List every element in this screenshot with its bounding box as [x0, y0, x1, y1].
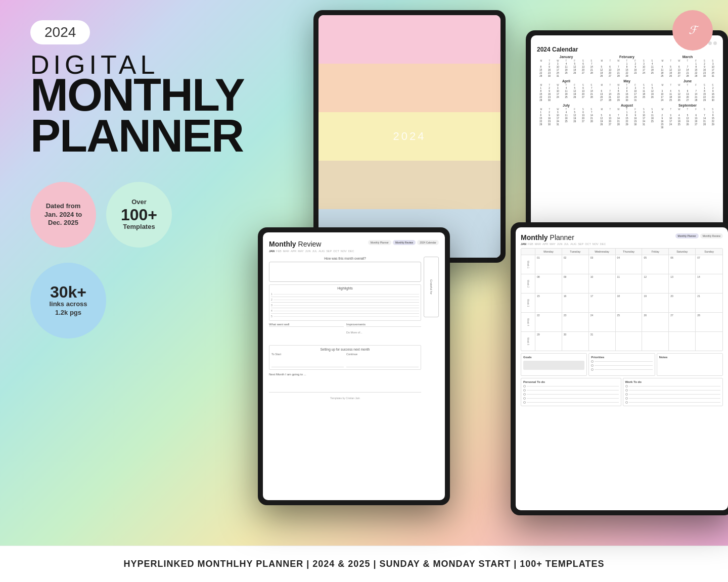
tablet-review-screen: Monthly Review JAN FEB MAR APR MAY JUN J… — [263, 232, 445, 500]
success-header: Setting up for success next month — [271, 348, 419, 351]
went-well-col: What went well — [269, 323, 344, 342]
tablet-cover: 2024 — [313, 10, 506, 263]
personal-todo-label: Personal To do — [523, 380, 619, 383]
planner-month-oct: OCT — [585, 243, 591, 246]
review-month-tabs: JAN FEB MAR APR MAY JUN JUL AUG SEP OCT … — [269, 250, 354, 253]
week-1-label: Week 1 — [521, 255, 535, 274]
review-nav-pills: Monthly Planner Monthly Review 2024 Cale… — [368, 240, 439, 245]
month-tab-jun: JUN — [305, 250, 311, 253]
goals-box: Goals — [521, 353, 587, 376]
day-08: 08 — [535, 274, 562, 293]
icon-5 — [713, 41, 717, 45]
highlight-lines: 1 2 3 4 5 — [271, 292, 419, 319]
day-25: 25 — [616, 313, 643, 331]
highlight-line-2: 2 — [271, 297, 419, 303]
planner-calendar-grid: Monday Tuesday Wednesday Thursday Friday… — [521, 248, 723, 351]
review-header: Monthly Review JAN FEB MAR APR MAY JUN J… — [269, 240, 439, 254]
review-title: Monthly Review JAN FEB MAR APR MAY JUN J… — [269, 240, 354, 254]
review-question: How was this month overall? — [269, 257, 421, 260]
day-06: 06 — [669, 255, 696, 274]
work-todo-box: Work To do — [623, 378, 723, 406]
goals-area — [523, 361, 584, 370]
grateful-box: Grateful for — [424, 257, 439, 317]
day-10: 10 — [589, 274, 616, 293]
priority-item-2 — [591, 364, 652, 367]
review-left-col: How was this month overall? Highlights 1… — [269, 257, 421, 400]
cal-month-feb: February MTWTFSS 1234 567891011 12131415… — [598, 55, 656, 77]
priority-item-3 — [591, 368, 652, 371]
cal-month-mar: March MTWTFSS 123 45678910 1112131415161… — [658, 55, 717, 77]
month-tab-may: MAY — [298, 250, 304, 253]
month-tab-active: JAN — [269, 250, 275, 253]
do-more-label: Do More of... — [346, 331, 421, 334]
dated-badge: Dated from Jan. 2024 to Dec. 2025 — [30, 182, 96, 248]
cal-month-jun: June MTWTFSS 12 3456789 10111213141516 1… — [658, 79, 717, 102]
highlight-line-5: 5 — [271, 314, 419, 319]
planner-month-jun: JUN — [557, 243, 563, 246]
planner-text: PLANNER — [30, 116, 202, 157]
planner-title: Monthly Planner — [521, 233, 606, 241]
day-04: 04 — [616, 255, 643, 274]
day-07: 07 — [696, 255, 722, 274]
highlight-line-1: 1 — [271, 292, 419, 297]
monthly-text: MONTHLY — [30, 75, 202, 116]
day-02: 02 — [562, 255, 589, 274]
footer-bar: HYPERLINKED MONTHLHY PLANNER | 2024 & 20… — [0, 546, 728, 582]
day-03: 03 — [589, 255, 616, 274]
work-todo-5 — [625, 401, 721, 404]
personal-todo-2 — [523, 389, 619, 392]
highlight-line-4: 4 — [271, 308, 419, 314]
stripe-pink — [318, 15, 500, 64]
grateful-sidebar: Grateful for — [424, 257, 439, 400]
day-27: 27 — [669, 313, 696, 331]
logo-symbol: ℱ — [689, 24, 697, 37]
month-tab-sep: SEP — [326, 250, 332, 253]
grateful-label: Grateful for — [430, 279, 433, 295]
tablet-review: Monthly Review JAN FEB MAR APR MAY JUN J… — [258, 227, 450, 505]
highlights-section: Highlights 1 2 3 4 5 — [269, 284, 421, 321]
planner-month-tabs: JAN FEB MAR APR MAY JUN JUL AUG SEP OCT … — [521, 243, 606, 246]
priority-circle-1 — [591, 360, 594, 363]
day-09: 09 — [562, 274, 589, 293]
cal-month-jan: January MTWTFSS 234567 891011121314 1516… — [537, 55, 596, 77]
success-cols: To Start Continue — [271, 353, 419, 367]
planner-header: Monthly Planner JAN FEB MAR APR MAY JUN … — [521, 233, 723, 247]
day-17: 17 — [589, 294, 616, 312]
planner-col-sunday: Sunday — [696, 249, 722, 255]
planner-month-mar: MAR — [535, 243, 541, 246]
notes-label: Notes — [659, 356, 720, 359]
improvements-col: Improvements Do More of... — [346, 323, 421, 342]
month-tab-feb: FEB — [276, 250, 282, 253]
planner-month-may: MAY — [550, 243, 556, 246]
planner-col-thursday: Thursday — [616, 249, 643, 255]
improvements-label: Improvements — [346, 323, 421, 327]
month-tab-nov: NOV — [341, 250, 347, 253]
links-badge: 30k+ links across 1.2k pgs — [30, 263, 106, 338]
day-29: 29 — [535, 332, 562, 351]
work-todo-label: Work To do — [625, 380, 721, 383]
priority-item-1 — [591, 360, 652, 363]
planner-todo-section: Personal To do — [521, 378, 723, 406]
planner-col-friday: Friday — [642, 249, 669, 255]
cal-month-sep: September MTWTFSS 1 2345678 910111213141… — [658, 104, 717, 129]
cal-month-aug: August MTWTFSS 1234 567891011 1213141516… — [598, 104, 656, 129]
pill-monthly-planner: Monthly Planner — [368, 240, 391, 245]
tablet-cover-screen: 2024 — [318, 15, 500, 258]
day-31: 31 — [589, 332, 616, 351]
planner-month-dec: DEC — [600, 243, 606, 246]
work-todo-2 — [625, 389, 721, 392]
day-19: 19 — [642, 294, 669, 312]
review-title-bold: Monthly Review — [269, 240, 354, 248]
day-30: 30 — [562, 332, 589, 351]
priorities-box: Priorities — [588, 353, 655, 376]
goals-label: Goals — [523, 356, 584, 359]
week-2-label: Week 2 — [521, 274, 535, 293]
personal-todo-1 — [523, 385, 619, 387]
planner-month-aug: AUG — [570, 243, 576, 246]
next-month-section: Next Month I am going to ... — [269, 373, 421, 393]
planner-col-monday: Monday — [535, 249, 562, 255]
went-well-space — [269, 327, 344, 342]
went-well-label: What went well — [269, 323, 344, 327]
tablet-planner: Monthly Planner JAN FEB MAR APR MAY JUN … — [511, 222, 728, 515]
work-todo-4 — [625, 397, 721, 400]
